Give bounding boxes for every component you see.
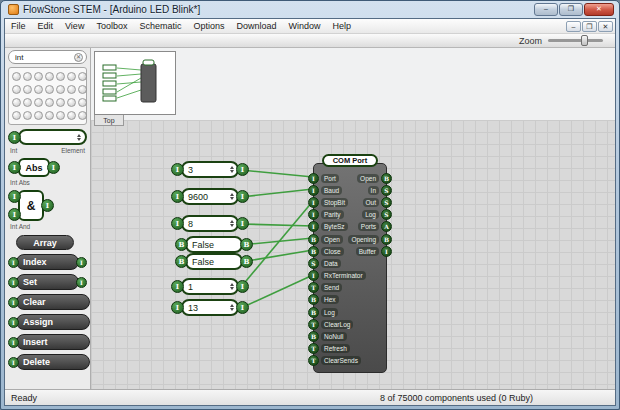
- output-connector[interactable]: B: [381, 173, 392, 184]
- output-connector[interactable]: B: [240, 238, 253, 251]
- int-value-component[interactable]: I 8 I: [171, 215, 249, 232]
- component-array-delete[interactable]: I Delete: [8, 354, 87, 370]
- input-connector[interactable]: I: [8, 277, 19, 288]
- input-connector[interactable]: I: [171, 190, 184, 203]
- output-connector[interactable]: I: [76, 257, 87, 268]
- array-item-label[interactable]: Assign: [16, 314, 90, 330]
- menu-download[interactable]: Download: [230, 19, 282, 33]
- bool-value-component[interactable]: B False B: [175, 236, 253, 253]
- array-item-label[interactable]: Index: [16, 254, 79, 270]
- output-connector[interactable]: I: [236, 217, 249, 230]
- palette-icon[interactable]: [45, 72, 54, 81]
- titlebar[interactable]: FlowStone STEM - [Arduino LED Blink*] – …: [4, 1, 616, 18]
- schematic-canvas[interactable]: Top I 3 I I 9600: [91, 48, 615, 389]
- input-connector[interactable]: I: [8, 357, 19, 368]
- bool-value-component[interactable]: B False B: [175, 253, 253, 270]
- mdi-restore-button[interactable]: ❐: [582, 21, 597, 32]
- palette-icon[interactable]: [67, 98, 76, 107]
- spinner-icon[interactable]: [230, 283, 234, 290]
- navigator-thumbnail[interactable]: [94, 51, 176, 115]
- input-connector[interactable]: B: [175, 238, 188, 251]
- palette-icon[interactable]: [12, 72, 21, 81]
- array-item-label[interactable]: Insert: [16, 334, 90, 350]
- palette-icon[interactable]: [78, 85, 87, 94]
- palette-icon[interactable]: [23, 85, 32, 94]
- int-preview-box[interactable]: [18, 129, 87, 145]
- module-body[interactable]: IPort IBaud IStopBit IParity IByteSz BOp…: [313, 163, 387, 373]
- input-connector[interactable]: B: [308, 246, 319, 257]
- output-connector[interactable]: S: [381, 185, 392, 196]
- input-connector[interactable]: B: [308, 294, 319, 305]
- palette-icon[interactable]: [12, 111, 21, 120]
- output-connector[interactable]: I: [381, 246, 392, 257]
- input-connector[interactable]: I: [171, 217, 184, 230]
- palette-icon[interactable]: [67, 72, 76, 81]
- palette-icon[interactable]: [78, 98, 87, 107]
- output-connector[interactable]: I: [41, 199, 54, 212]
- input-connector[interactable]: I: [8, 257, 19, 268]
- mdi-close-button[interactable]: ✕: [598, 21, 613, 32]
- palette-icon[interactable]: [56, 111, 65, 120]
- array-item-label[interactable]: Set: [16, 274, 79, 290]
- input-connector[interactable]: I: [308, 173, 319, 184]
- palette-icon[interactable]: [67, 85, 76, 94]
- output-connector[interactable]: I: [236, 163, 249, 176]
- array-item-label[interactable]: Delete: [16, 354, 90, 370]
- input-connector[interactable]: I: [8, 337, 19, 348]
- component-int-abs[interactable]: I Abs I: [8, 158, 87, 177]
- palette-icon[interactable]: [23, 98, 32, 107]
- menu-schematic[interactable]: Schematic: [133, 19, 187, 33]
- palette-icon[interactable]: [45, 85, 54, 94]
- input-connector[interactable]: B: [308, 307, 319, 318]
- input-connector[interactable]: T: [308, 343, 319, 354]
- output-connector[interactable]: I: [236, 301, 249, 314]
- input-connector[interactable]: I: [8, 131, 21, 144]
- component-array-set[interactable]: I Set I: [8, 274, 87, 290]
- component-array-assign[interactable]: I Assign: [8, 314, 87, 330]
- palette-icon[interactable]: [45, 111, 54, 120]
- menu-edit[interactable]: Edit: [32, 19, 60, 33]
- zoom-slider[interactable]: [548, 39, 603, 42]
- output-connector[interactable]: B: [240, 255, 253, 268]
- abs-box[interactable]: Abs: [18, 158, 50, 177]
- spinner-icon[interactable]: [230, 220, 234, 227]
- zoom-slider-thumb[interactable]: [581, 35, 588, 46]
- maximize-button[interactable]: ❐: [559, 3, 583, 16]
- input-connector[interactable]: I: [8, 208, 21, 221]
- search-input[interactable]: [15, 53, 74, 62]
- value-text[interactable]: 3: [188, 165, 230, 175]
- palette-icon[interactable]: [34, 111, 43, 120]
- palette-icon[interactable]: [78, 111, 87, 120]
- value-text[interactable]: 9600: [188, 192, 230, 202]
- component-array-clear[interactable]: I Clear: [8, 294, 87, 310]
- menu-toolbox[interactable]: Toolbox: [90, 19, 133, 33]
- com-port-module[interactable]: COM Port IPort IBaud IStopBit IParity IB…: [313, 154, 387, 373]
- output-connector[interactable]: I: [47, 161, 60, 174]
- input-connector[interactable]: B: [308, 331, 319, 342]
- palette-icon[interactable]: [34, 72, 43, 81]
- int-value-component[interactable]: I 1 I: [171, 278, 249, 295]
- spinner-icon[interactable]: [230, 193, 234, 200]
- input-connector[interactable]: B: [175, 255, 188, 268]
- component-array-index[interactable]: I Index I: [8, 254, 87, 270]
- int-value-component[interactable]: I 3 I: [171, 161, 249, 178]
- input-connector[interactable]: T: [308, 282, 319, 293]
- clear-search-icon[interactable]: ✕: [74, 53, 83, 62]
- palette-icon[interactable]: [12, 85, 21, 94]
- value-text[interactable]: 1: [188, 282, 230, 292]
- palette-icon[interactable]: [78, 72, 87, 81]
- input-connector[interactable]: I: [308, 270, 319, 281]
- palette-icon[interactable]: [23, 72, 32, 81]
- input-connector[interactable]: I: [8, 317, 19, 328]
- array-header[interactable]: Array: [16, 235, 74, 250]
- palette-icon[interactable]: [56, 98, 65, 107]
- input-connector[interactable]: I: [8, 161, 21, 174]
- component-int-and[interactable]: I I & I: [8, 190, 87, 221]
- palette-icon[interactable]: [34, 85, 43, 94]
- palette-icon[interactable]: [23, 111, 32, 120]
- close-button[interactable]: ✕: [584, 3, 614, 16]
- output-connector[interactable]: S: [381, 197, 392, 208]
- input-connector[interactable]: T: [308, 355, 319, 366]
- menu-view[interactable]: View: [59, 19, 90, 33]
- value-text[interactable]: False: [192, 257, 238, 267]
